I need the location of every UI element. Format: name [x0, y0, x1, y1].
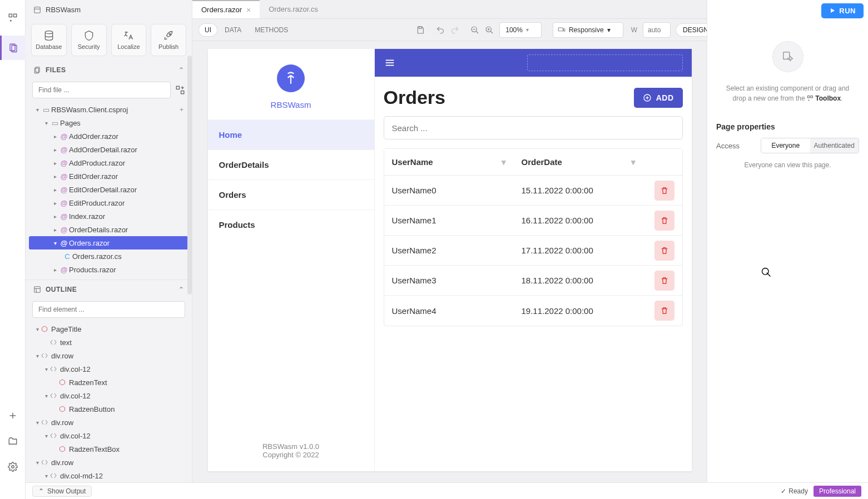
mode-ui[interactable]: UI	[199, 24, 217, 36]
grid-search[interactable]	[384, 116, 683, 139]
tree-root[interactable]: ▾▭RBSWasm.Client.csproj＋	[29, 103, 189, 116]
tree-item[interactable]: ▸@EditProduct.razor	[29, 196, 189, 209]
project-title-row[interactable]: RBSWasm	[26, 0, 192, 19]
outline-header[interactable]: OUTLINE ⌃	[26, 280, 192, 299]
nav-home[interactable]: Home	[208, 119, 374, 149]
filter-icon[interactable]: ▾	[631, 157, 636, 167]
toolbox-icon[interactable]	[5, 10, 21, 26]
hamburger-icon[interactable]	[384, 57, 396, 69]
table-row[interactable]: UserName2 17.11.2022 0:00:00	[384, 236, 682, 266]
tag-icon	[50, 392, 60, 399]
svg-rect-15	[176, 86, 179, 89]
tree-item[interactable]: ▸@AddProduct.razor	[29, 156, 189, 169]
chevron-up-icon[interactable]: ⌃	[178, 66, 185, 74]
device-select[interactable]: Responsive▾	[553, 22, 623, 38]
tree-item[interactable]: ▸@Products.razor	[29, 263, 189, 276]
add-icon[interactable]	[5, 408, 21, 423]
delete-button[interactable]	[654, 301, 674, 321]
table-row[interactable]: UserName0 15.11.2022 0:00:00	[384, 176, 682, 206]
col-username[interactable]: UserName▾	[384, 157, 514, 167]
open-folder-icon[interactable]	[5, 433, 21, 449]
outline-item[interactable]: ▾div.row	[29, 349, 189, 362]
redo-icon[interactable]	[450, 23, 459, 37]
tree-item[interactable]: ▸@AddOrderDetail.razor	[29, 143, 189, 156]
show-output-button[interactable]: ⌃ Show Output	[32, 486, 92, 497]
tree-item[interactable]: ▸@EditOrderDetail.razor	[29, 183, 189, 196]
plus-icon[interactable]: ＋	[178, 104, 185, 114]
card-localize[interactable]: Localize	[111, 24, 147, 56]
tree-item-selected[interactable]: ▾@Orders.razor	[29, 236, 189, 250]
outline-item[interactable]: ▾div.col-md-12	[29, 469, 189, 482]
scrollbar[interactable]	[187, 56, 192, 295]
rocket-icon	[163, 30, 174, 41]
outline-item[interactable]: ▾div.col-12	[29, 429, 189, 442]
close-icon[interactable]: ×	[246, 6, 251, 14]
outline-item[interactable]: ▾PageTitle	[29, 322, 189, 336]
mode-methods[interactable]: METHODS	[249, 24, 294, 36]
outline-header-label: OUTLINE	[46, 286, 77, 293]
zoom-select[interactable]: 100%▾	[499, 22, 542, 38]
mode-data[interactable]: DATA	[219, 24, 247, 36]
nav-orderdetails[interactable]: OrderDetails	[208, 149, 374, 179]
explorer-icon[interactable]	[0, 36, 26, 60]
outline-item[interactable]: ▾div.col-12	[29, 362, 189, 376]
table-row[interactable]: UserName3 18.11.2022 0:00:00	[384, 266, 682, 296]
width-input[interactable]	[643, 22, 671, 38]
delete-button[interactable]	[654, 271, 674, 291]
table-row[interactable]: UserName4 19.11.2022 0:00:00	[384, 296, 682, 326]
outline-item[interactable]: RadzenButton	[29, 402, 189, 416]
access-everyone[interactable]: Everyone	[761, 138, 810, 153]
canvas-area[interactable]: RBSWasm Home OrderDetails Orders Product…	[192, 41, 707, 499]
filter-icon[interactable]: ▾	[502, 157, 506, 167]
nav-orders[interactable]: Orders	[208, 179, 374, 209]
svg-rect-0	[9, 14, 12, 17]
access-label: Access	[716, 142, 755, 150]
delete-button[interactable]	[654, 211, 674, 231]
save-icon[interactable]	[416, 23, 425, 37]
tag-icon	[41, 352, 51, 359]
layout-icon	[33, 6, 41, 14]
tag-icon	[50, 432, 60, 439]
files-header[interactable]: FILES ⌃	[26, 61, 192, 79]
outline-item[interactable]: ▾div.col-12	[29, 389, 189, 402]
zoom-in-icon[interactable]	[485, 23, 494, 37]
outline-item[interactable]: text	[29, 336, 189, 349]
files-header-label: FILES	[46, 66, 66, 74]
nav-products[interactable]: Products	[208, 209, 374, 239]
outline-item[interactable]: ▾div.row	[29, 456, 189, 469]
tree-item[interactable]: ▸@Index.razor	[29, 209, 189, 223]
tree-item-child[interactable]: COrders.razor.cs	[29, 250, 189, 263]
header-dropzone[interactable]	[527, 54, 683, 71]
card-publish[interactable]: Publish	[151, 24, 186, 56]
delete-button[interactable]	[654, 181, 674, 201]
add-related-icon[interactable]	[175, 85, 185, 95]
delete-button[interactable]	[654, 241, 674, 261]
tree-pages[interactable]: ▾▭Pages	[29, 116, 189, 129]
tag-icon	[50, 472, 60, 479]
zoom-out-icon[interactable]	[470, 23, 479, 37]
outline-item[interactable]: RadzenText	[29, 376, 189, 389]
tree-item[interactable]: ▸@EditOrder.razor	[29, 169, 189, 183]
tab-active[interactable]: Orders.razor×	[192, 0, 260, 18]
col-orderdate[interactable]: OrderDate▾	[514, 157, 643, 167]
access-authenticated[interactable]: Authenticated	[810, 138, 859, 153]
chevron-up-icon[interactable]: ⌃	[178, 286, 185, 293]
undo-icon[interactable]	[436, 23, 445, 37]
tab[interactable]: Orders.razor.cs	[260, 0, 327, 18]
translate-icon	[123, 30, 134, 41]
outline-item[interactable]: ▾div.row	[29, 416, 189, 429]
file-search-input[interactable]	[32, 82, 171, 98]
tree-item[interactable]: ▸@AddOrder.razor	[29, 129, 189, 143]
outline-item[interactable]: RadzenTextBox	[29, 442, 189, 456]
outline-search-input[interactable]	[32, 301, 185, 318]
run-button[interactable]: RUN	[821, 3, 864, 18]
add-button[interactable]: ADD	[634, 88, 683, 108]
svg-rect-30	[558, 27, 563, 31]
card-security[interactable]: Security	[71, 24, 107, 56]
settings-icon[interactable]	[5, 459, 21, 475]
chevron-up-icon: ⌃	[38, 487, 44, 495]
card-database[interactable]: Database	[31, 24, 67, 56]
table-row[interactable]: UserName1 16.11.2022 0:00:00	[384, 206, 682, 236]
tree-item[interactable]: ▸@OrderDetails.razor	[29, 223, 189, 236]
brand-logo	[277, 64, 305, 92]
